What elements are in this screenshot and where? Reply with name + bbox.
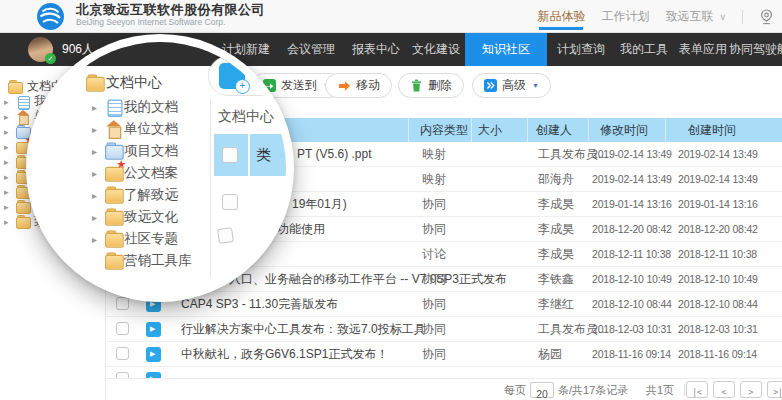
doc-title[interactable]: 中秋献礼，政务G6V6.1SP1正式发布！ <box>181 342 388 367</box>
tab-cockpit[interactable]: 协同驾驶舱 <box>729 33 782 66</box>
doc-title[interactable]: 功能使用 <box>277 217 325 242</box>
row-checkbox[interactable] <box>116 322 129 335</box>
top-link-new-experience[interactable]: 新品体验 <box>537 0 585 33</box>
doc-title[interactable]: 19年01月) <box>292 192 347 217</box>
expand-arrow-icon[interactable]: ▸ <box>4 172 12 182</box>
doc-creator: 李成昊 <box>538 242 574 267</box>
star-folder-icon <box>105 166 123 181</box>
top-link-work-plan[interactable]: 工作计划 <box>601 0 649 33</box>
expand-arrow-icon: ▸ <box>92 234 100 245</box>
row-checkbox[interactable] <box>222 147 238 163</box>
doc-created: 2019-02-14 13:49 <box>678 167 758 192</box>
top-links: 新品体验 工作计划 致远互联 ∨ <box>537 0 774 33</box>
lens-item-official-archive[interactable]: ▸公文档案 <box>92 164 178 182</box>
folder-icon <box>105 210 123 225</box>
expand-arrow-icon: ▸ <box>92 124 100 135</box>
lens-tree-root[interactable]: 文档中心 <box>86 74 162 92</box>
doc-type: 映射 <box>422 142 446 167</box>
tab-report-center[interactable]: 报表中心 <box>352 33 400 66</box>
magnifier-callout: 文档中心 类 文档中心 ▸我的文档 ▸单位文档 ▸项目文档 ▸公文档案 ▸了解致… <box>26 34 294 302</box>
lens-item-community-topics[interactable]: ▸社区专题 <box>92 230 178 248</box>
expand-arrow-icon[interactable]: ▸ <box>4 187 12 197</box>
next-page-button[interactable]: > <box>740 381 762 398</box>
first-page-button[interactable]: |< <box>686 381 708 398</box>
tab-culture[interactable]: 文化建设 <box>412 33 460 66</box>
company-name-en: BeiJing Seeyon Internet Software Corp. <box>76 18 265 28</box>
table-row[interactable]: 中秋献礼，政务G6V6.1SP1正式发布！ 协同 杨园 2018-11-16 0… <box>106 342 782 367</box>
doc-modified: 2018-12-10 10:49 <box>592 267 672 292</box>
doc-type: 协同 <box>422 317 446 342</box>
expand-arrow-icon[interactable]: ▸ <box>4 127 12 137</box>
folder-icon <box>8 81 22 93</box>
doc-created: 2019-02-14 13:49 <box>678 142 758 167</box>
expand-arrow-icon[interactable]: ▸ <box>4 202 12 212</box>
col-creator[interactable]: 创建人 <box>536 118 572 142</box>
caret-down-icon: ▼ <box>532 82 539 89</box>
doc-type-icon <box>146 322 161 337</box>
doc-creator: 杨园 <box>538 342 562 367</box>
trash-icon <box>410 79 423 92</box>
location-pin-icon[interactable] <box>759 9 774 25</box>
doc-created: 2018-11-16 09:14 <box>678 342 757 367</box>
delete-button[interactable]: 删除 <box>398 73 464 98</box>
table-row[interactable]: 行业解决方案中心工具发布：致远7.0投标工具 协同 工具发布员... 2018-… <box>106 317 782 342</box>
per-page-input[interactable]: 20 <box>530 382 554 398</box>
project-folder-icon <box>105 144 123 159</box>
lens-item-marketing-tools[interactable]: ▸营销工具库 <box>92 252 192 270</box>
company-name: 北京致远互联软件股份有限公司 BeiJing Seeyon Internet S… <box>76 3 265 28</box>
col-created[interactable]: 创建时间 <box>688 118 736 142</box>
doc-modified: 2018-12-11 10:38 <box>592 242 671 267</box>
row-checkbox[interactable] <box>116 297 129 310</box>
delete-label: 删除 <box>428 77 452 94</box>
expand-arrow-icon: ▸ <box>92 146 100 157</box>
chevron-down-icon[interactable]: ∨ <box>719 12 726 22</box>
advanced-label: 高级 <box>502 77 526 94</box>
tab-knowledge-community[interactable]: 知识社区 <box>465 33 547 66</box>
expand-arrow-icon[interactable]: ▸ <box>4 97 12 107</box>
expand-arrow-icon[interactable]: ▸ <box>4 112 12 122</box>
doc-title[interactable]: CAP4 SP3 - 11.30完善版发布 <box>181 292 338 317</box>
tab-my-tools[interactable]: 我的工具 <box>620 33 668 66</box>
lens-tree-root-label: 文档中心 <box>106 74 162 92</box>
lens-item-about-seeyon[interactable]: ▸了解致远 <box>92 186 178 204</box>
row-checkbox[interactable] <box>116 347 129 360</box>
expand-arrow-icon[interactable]: ▸ <box>4 142 12 152</box>
doc-title[interactable]: 行业解决方案中心工具发布：致远7.0投标工具 <box>181 317 426 342</box>
top-header: 北京致远互联软件股份有限公司 BeiJing Seeyon Internet S… <box>0 0 782 33</box>
tab-plan-query[interactable]: 计划查询 <box>557 33 605 66</box>
prev-page-button[interactable]: < <box>713 381 735 398</box>
lens-item-unit-docs[interactable]: ▸单位文档 <box>92 120 178 138</box>
col-modified[interactable]: 修改时间 <box>600 118 648 142</box>
doc-title[interactable]: PT (V5.6) .ppt <box>297 142 371 167</box>
avatar[interactable]: ✓ <box>28 37 53 62</box>
home-icon <box>16 111 30 123</box>
last-page-button[interactable]: >| <box>767 381 782 398</box>
expand-arrow-icon[interactable]: ▸ <box>4 217 12 227</box>
lens-item-my-docs[interactable]: ▸我的文档 <box>92 98 178 116</box>
doc-type: 协同 <box>422 342 446 367</box>
tab-meeting[interactable]: 会议管理 <box>287 33 335 66</box>
header-divider <box>408 118 409 142</box>
top-link-seeyon[interactable]: 致远互联 <box>665 0 713 33</box>
advanced-button[interactable]: 高级 ▼ <box>472 73 551 98</box>
col-content-type[interactable]: 内容类型 <box>420 118 468 142</box>
row-checkbox[interactable] <box>217 227 234 244</box>
divider <box>684 384 685 396</box>
move-button[interactable]: 移动 <box>325 73 392 98</box>
magnified-table-header: 文档中心 <box>218 108 274 126</box>
table-row[interactable]: CAP4 SP3 - 11.30完善版发布 协同 李继红 2018-12-10 … <box>106 292 782 317</box>
tab-form-app[interactable]: 表单应用 <box>679 33 727 66</box>
lens-item-seeyon-culture[interactable]: ▸致远文化 <box>92 208 178 226</box>
doc-creator: 李铁鑫 <box>538 267 574 292</box>
doc-type: 映射 <box>422 167 446 192</box>
document-icon <box>16 96 30 108</box>
row-checkbox[interactable] <box>222 194 238 210</box>
doc-creator: 邵海舟 <box>538 167 574 192</box>
col-size[interactable]: 大小 <box>478 118 502 142</box>
expand-arrow-icon[interactable]: ▸ <box>4 157 12 167</box>
divider <box>248 134 250 176</box>
doc-title[interactable]: 入口、业务融合的移动工作平台 -- V7.0SP3正式发布 <box>229 267 507 292</box>
divider <box>210 100 211 278</box>
magnified-selected-row: 类 <box>214 134 286 176</box>
lens-item-project-docs[interactable]: ▸项目文档 <box>92 142 178 160</box>
